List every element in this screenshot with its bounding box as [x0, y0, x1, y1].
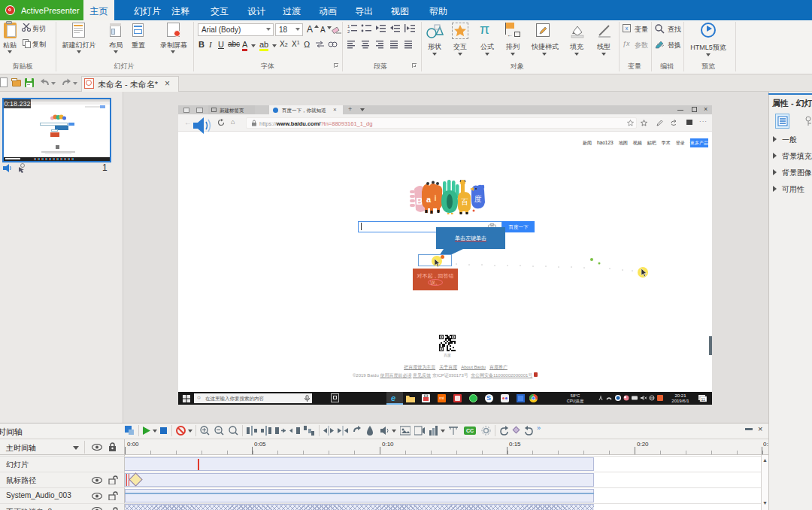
svg-text:百: 百 — [461, 198, 468, 206]
svg-text:11: 11 — [701, 397, 705, 402]
svg-text:a: a — [426, 195, 432, 204]
svg-text:2: 2 — [347, 29, 350, 34]
svg-text:1: 1 — [347, 24, 350, 29]
svg-text:度: 度 — [474, 195, 482, 203]
svg-text:i: i — [434, 193, 436, 202]
